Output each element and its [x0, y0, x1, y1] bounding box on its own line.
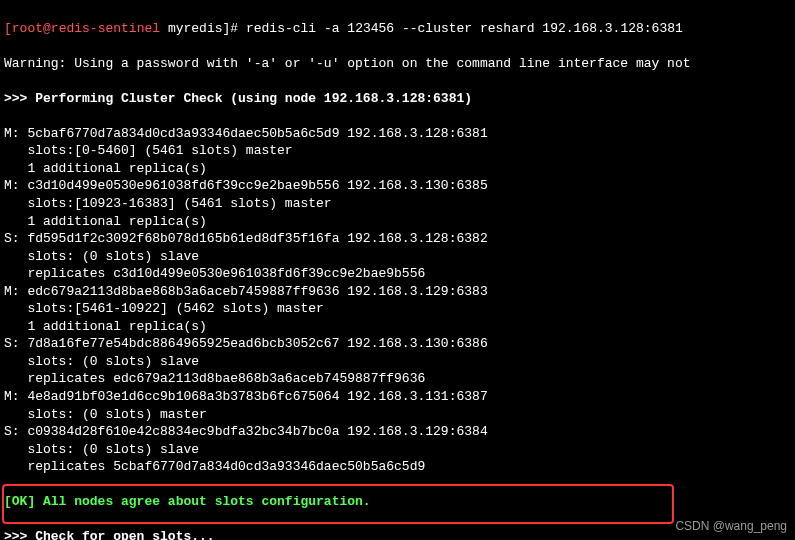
- prompt-user: root: [12, 21, 43, 36]
- terminal-output: [root@redis-sentinel myredis]# redis-cli…: [0, 0, 795, 540]
- node-extra-line: replicates edc679a2113d8bae868b3a6aceb74…: [4, 370, 791, 388]
- node-header-line: S: c09384d28f610e42c8834ec9bdfa32bc34b7b…: [4, 423, 791, 441]
- node-extra-line: 1 additional replica(s): [4, 318, 791, 336]
- prompt-symbol: #: [230, 21, 238, 36]
- node-extra-line: replicates c3d10d499e0530e961038fd6f39cc…: [4, 265, 791, 283]
- node-slots-line: slots: (0 slots) master: [4, 406, 791, 424]
- prompt-line[interactable]: [root@redis-sentinel myredis]# redis-cli…: [4, 20, 791, 38]
- node-slots-line: slots:[0-5460] (5461 slots) master: [4, 142, 791, 160]
- node-header-line: S: 7d8a16fe77e54bdc8864965925ead6bcb3052…: [4, 335, 791, 353]
- watermark-text: CSDN @wang_peng: [675, 518, 787, 534]
- node-slots-line: slots: (0 slots) slave: [4, 248, 791, 266]
- node-header-line: M: c3d10d499e0530e961038fd6f39cc9e2bae9b…: [4, 177, 791, 195]
- warning-line: Warning: Using a password with '-a' or '…: [4, 55, 791, 73]
- node-header-line: M: edc679a2113d8bae868b3a6aceb7459887ff9…: [4, 283, 791, 301]
- node-slots-line: slots: (0 slots) slave: [4, 353, 791, 371]
- node-slots-line: slots: (0 slots) slave: [4, 441, 791, 459]
- node-extra-line: replicates 5cbaf6770d7a834d0cd3a93346dae…: [4, 458, 791, 476]
- node-slots-line: slots:[10923-16383] (5461 slots) master: [4, 195, 791, 213]
- cluster-check-header: >>> Performing Cluster Check (using node…: [4, 90, 791, 108]
- node-header-line: S: fd595d1f2c3092f68b078d165b61ed8df35f1…: [4, 230, 791, 248]
- ok-config-line: [OK] All nodes agree about slots configu…: [4, 493, 791, 511]
- prompt-dir: myredis: [168, 21, 223, 36]
- node-header-line: M: 5cbaf6770d7a834d0cd3a93346daec50b5a6c…: [4, 125, 791, 143]
- node-extra-line: 1 additional replica(s): [4, 213, 791, 231]
- check-open-slots: >>> Check for open slots...: [4, 528, 791, 540]
- prompt-host: redis-sentinel: [51, 21, 160, 36]
- node-header-line: M: 4e8ad91bf03e1d6cc9b1068a3b3783b6fc675…: [4, 388, 791, 406]
- command-text: redis-cli -a 123456 --cluster reshard 19…: [246, 21, 683, 36]
- node-extra-line: 1 additional replica(s): [4, 160, 791, 178]
- node-slots-line: slots:[5461-10922] (5462 slots) master: [4, 300, 791, 318]
